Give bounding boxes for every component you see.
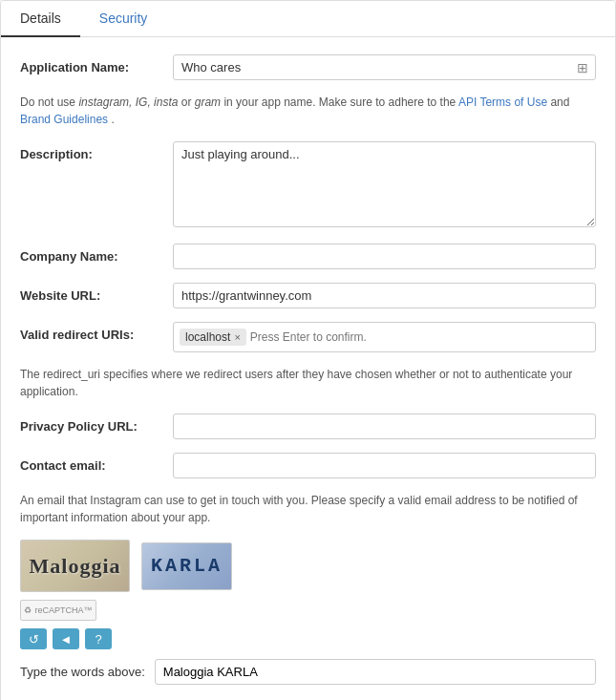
captcha-audio-button[interactable]: ◄: [53, 628, 79, 649]
application-name-field: ⊞: [173, 54, 596, 80]
redirect-uri-input[interactable]: [250, 330, 589, 344]
company-name-input[interactable]: [173, 244, 596, 269]
description-row: Description: Just playing around...: [20, 141, 596, 230]
redirect-note: The redirect_uri specifies where we redi…: [20, 366, 596, 400]
application-name-label: Application Name:: [20, 54, 173, 74]
redirect-uris-field: localhost ×: [173, 322, 596, 352]
description-input[interactable]: Just playing around...: [173, 141, 596, 227]
description-label: Description:: [20, 141, 173, 161]
captcha-input-row: Type the words above:: [20, 659, 596, 685]
captcha-image-karla: KARLA: [141, 542, 232, 590]
grid-icon: ⊞: [577, 60, 588, 75]
application-name-row: Application Name: ⊞: [20, 54, 596, 80]
website-url-input[interactable]: [173, 283, 596, 308]
company-name-label: Company Name:: [20, 244, 173, 264]
app-name-wrapper: ⊞: [173, 54, 596, 80]
contact-email-input[interactable]: [173, 453, 596, 478]
description-field: Just playing around...: [173, 141, 596, 230]
app-container: Details Security Application Name: ⊞ Do …: [0, 0, 616, 700]
contact-email-row: Contact email:: [20, 453, 596, 478]
contact-email-note: An email that Instagram can use to get i…: [20, 492, 596, 526]
captcha-refresh-button[interactable]: ↺: [20, 628, 47, 649]
recaptcha-label: reCAPTCHA™: [34, 605, 92, 615]
tag-remove-button[interactable]: ×: [234, 331, 240, 343]
type-words-label: Type the words above:: [20, 665, 145, 679]
recaptcha-logo: ♻ reCAPTCHA™: [20, 600, 96, 621]
privacy-policy-field: [173, 414, 596, 439]
privacy-policy-label: Privacy Policy URL:: [20, 414, 173, 434]
redirect-uris-row: Valid redirect URIs: localhost ×: [20, 322, 596, 352]
captcha-text-input[interactable]: [155, 659, 596, 685]
captcha-images: Maloggia KARLA: [20, 540, 596, 592]
captcha-section: Maloggia KARLA ♻ reCAPTCHA™ ↺ ◄ ? Type t…: [20, 540, 596, 685]
contact-email-label: Contact email:: [20, 453, 173, 473]
website-url-label: Website URL:: [20, 283, 173, 303]
form-content: Application Name: ⊞ Do not use instagram…: [1, 37, 615, 700]
contact-email-field: [173, 453, 596, 478]
privacy-policy-row: Privacy Policy URL:: [20, 414, 596, 439]
website-url-field: [173, 283, 596, 308]
localhost-tag: localhost ×: [180, 329, 246, 346]
recaptcha-badge: ♻ reCAPTCHA™: [20, 600, 596, 621]
brand-guidelines-link[interactable]: Brand Guidelines: [20, 113, 108, 126]
tag-input-wrapper[interactable]: localhost ×: [173, 322, 596, 352]
captcha-help-button[interactable]: ?: [85, 628, 112, 649]
redirect-uris-label: Valid redirect URIs:: [20, 322, 173, 342]
captcha-controls: ↺ ◄ ?: [20, 628, 596, 649]
application-name-input[interactable]: [173, 54, 596, 80]
tab-details[interactable]: Details: [1, 1, 80, 37]
instagram-notice: Do not use instagram, IG, insta or gram …: [20, 94, 596, 128]
privacy-policy-input[interactable]: [173, 414, 596, 439]
tab-security[interactable]: Security: [80, 1, 167, 37]
api-terms-link[interactable]: API Terms of Use: [458, 95, 547, 109]
captcha-image-maloggia: Maloggia: [20, 540, 130, 592]
tabs: Details Security: [1, 1, 615, 37]
recaptcha-icon: ♻: [24, 605, 32, 615]
website-url-row: Website URL:: [20, 283, 596, 308]
tag-text: localhost: [185, 330, 230, 344]
company-name-row: Company Name:: [20, 244, 596, 269]
company-name-field: [173, 244, 596, 269]
